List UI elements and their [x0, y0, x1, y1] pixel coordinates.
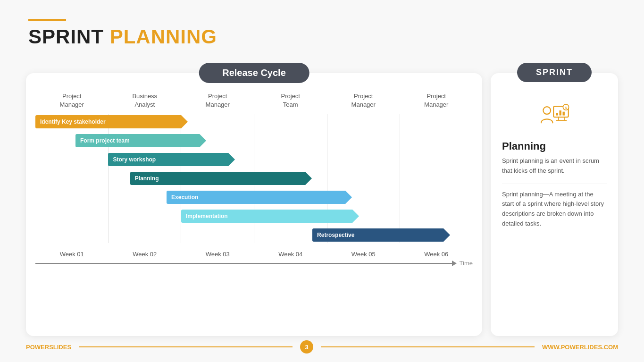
sprint-icon-area: $: [491, 92, 618, 136]
col-header-2: BusinessAnalyst: [109, 92, 182, 109]
main-content: Release Cycle ProjectManager BusinessAna…: [26, 73, 618, 336]
bar-row-3: Planning: [35, 170, 473, 186]
sprint-card: SPRINT: [491, 73, 618, 336]
footer-line-left: [79, 346, 293, 347]
bar-label-5: Implementation: [186, 213, 228, 219]
week-01: Week 01: [35, 251, 109, 258]
planning-icon: $: [538, 101, 571, 132]
release-cycle-badge: Release Cycle: [199, 63, 309, 83]
svg-rect-5: [556, 113, 558, 115]
bar-row-5: Implementation: [35, 208, 473, 224]
bar-2: Story workshop: [108, 153, 228, 166]
header-section: SPRINT PLANNING: [28, 19, 217, 48]
week-03: Week 03: [181, 251, 254, 258]
sprint-text-1: Sprint planning is an event in scrum tha…: [491, 156, 618, 176]
bar-label-4: Execution: [171, 194, 198, 201]
bar-0: Identify Key stakeholder: [35, 115, 181, 128]
col-header-3: ProjectManager: [181, 92, 254, 109]
bar-label-0: Identify Key stakeholder: [40, 118, 106, 125]
footer-brand-black: POWER: [26, 344, 49, 351]
sprint-badge: SPRINT: [517, 63, 592, 82]
footer-brand-orange: SLIDES: [49, 344, 71, 351]
week-02: Week 02: [109, 251, 182, 258]
gantt-area: Identify Key stakeholderForm project tea…: [26, 114, 482, 243]
bar-row-6: Retrospective: [35, 227, 473, 243]
footer-url: WWW.POWERLIDES.COM: [542, 344, 618, 351]
gantt-card: Release Cycle ProjectManager BusinessAna…: [26, 73, 482, 336]
sprint-planning-title: Planning: [491, 136, 618, 156]
bar-row-1: Form project team: [35, 133, 473, 149]
bar-label-6: Retrospective: [317, 232, 354, 238]
timeline-line: [35, 263, 453, 264]
svg-rect-6: [560, 110, 561, 116]
footer: POWERSLIDES 3 WWW.POWERLIDES.COM: [26, 340, 618, 354]
timeline-label: Time: [460, 260, 473, 267]
col-header-6: ProjectManager: [400, 92, 473, 109]
footer-line-right: [321, 346, 535, 347]
bar-label-2: Story workshop: [113, 156, 156, 163]
bar-row-0: Identify Key stakeholder: [35, 114, 473, 130]
page-number-badge: 3: [300, 340, 313, 354]
bar-3: Planning: [130, 172, 305, 185]
sprint-divider: [502, 184, 607, 184]
sprint-text-2: Sprint planning—A meeting at the start o…: [491, 190, 618, 229]
svg-rect-7: [563, 112, 565, 116]
bar-label-3: Planning: [135, 175, 159, 182]
week-row: Week 01 Week 02 Week 03 Week 04 Week 05 …: [26, 247, 482, 258]
week-04: Week 04: [254, 251, 327, 258]
bar-row-2: Story workshop: [35, 152, 473, 168]
bars-container: Identify Key stakeholderForm project tea…: [35, 114, 473, 243]
page-title: SPRINT PLANNING: [28, 25, 217, 48]
week-05: Week 05: [327, 251, 400, 258]
svg-text:$: $: [565, 106, 567, 110]
footer-brand: POWERSLIDES: [26, 344, 71, 351]
title-orange: PLANNING: [110, 25, 217, 48]
svg-point-0: [543, 107, 551, 114]
col-header-1: ProjectManager: [35, 92, 109, 109]
col-header-4: ProjectTeam: [254, 92, 327, 109]
bar-5: Implementation: [181, 210, 352, 223]
week-06: Week 06: [400, 251, 473, 258]
bar-label-1: Form project team: [80, 137, 130, 144]
header-accent-line: [28, 19, 66, 21]
bar-4: Execution: [167, 191, 345, 204]
title-black: SPRINT: [28, 25, 104, 48]
bar-row-4: Execution: [35, 189, 473, 205]
bar-6: Retrospective: [312, 228, 443, 242]
col-header-5: ProjectManager: [327, 92, 400, 109]
bar-1: Form project team: [75, 134, 200, 147]
timeline-row: Time: [26, 258, 482, 267]
